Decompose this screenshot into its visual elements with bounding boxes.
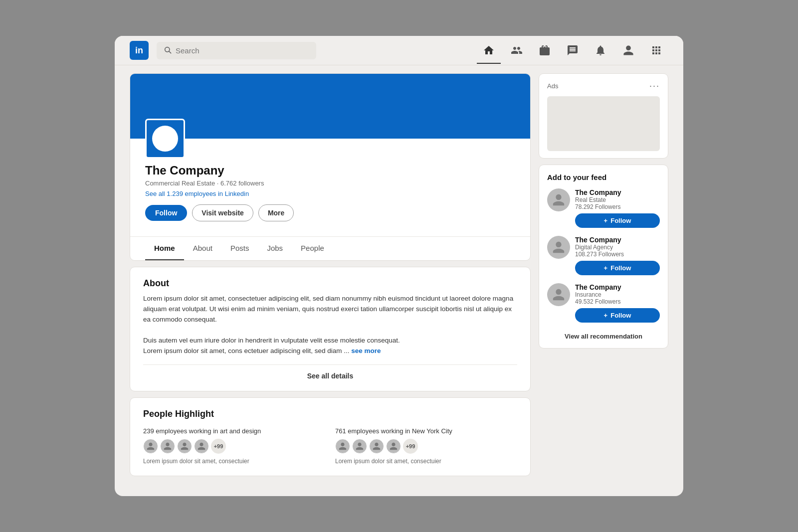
feed-avatar-2 — [547, 236, 570, 259]
avatar-1 — [143, 439, 158, 454]
plus-icon-2: + — [604, 264, 608, 272]
nav-me[interactable] — [616, 42, 640, 58]
plus-icon-3: + — [604, 312, 608, 319]
tab-people[interactable]: People — [292, 237, 333, 260]
feed-follow-button-2[interactable]: + Follow — [575, 261, 660, 275]
tab-home[interactable]: Home — [145, 237, 184, 260]
profile-info: The Company Commercial Real Estate · 6.7… — [130, 139, 530, 231]
people-grid: 239 employees working in art and design — [143, 427, 517, 465]
avatar-4 — [194, 439, 209, 454]
feed-info-3: The Company Insurance 49.532 Followers +… — [575, 283, 660, 323]
nav-work[interactable] — [644, 42, 668, 58]
feed-name-3: The Company — [575, 283, 660, 291]
people-group-2: 761 employees working in New York City — [335, 427, 517, 465]
avatar-2 — [160, 439, 175, 454]
nav-icons — [477, 42, 668, 58]
linkedin-logo[interactable]: in — [130, 41, 149, 60]
feed-sub-3: Insurance — [575, 291, 660, 298]
tabs: Home About Posts Jobs People — [130, 236, 530, 260]
view-all-link[interactable]: View all recommendation — [547, 331, 660, 340]
people-desc-2: Lorem ipsum dolor sit amet, consectuier — [335, 458, 517, 465]
profile-banner — [130, 74, 530, 139]
feed-card: Add to your feed The Company Real Estate… — [539, 165, 668, 349]
tab-jobs[interactable]: Jobs — [258, 237, 292, 260]
feed-item-1: The Company Real Estate 78.292 Followers… — [547, 188, 660, 228]
feed-item-3: The Company Insurance 49.532 Followers +… — [547, 283, 660, 323]
plus-icon-1: + — [604, 217, 608, 224]
avatar-6 — [352, 439, 367, 454]
ads-header: Ads ··· — [547, 81, 660, 91]
profile-card: The Company Commercial Real Estate · 6.7… — [130, 73, 531, 261]
people-group-1: 239 employees working in art and design — [143, 427, 325, 465]
feed-followers-3: 49.532 Followers — [575, 298, 660, 305]
avatar-count-1: +99 — [211, 439, 226, 454]
main-content: The Company Commercial Real Estate · 6.7… — [115, 65, 683, 476]
about-title: About — [143, 278, 517, 289]
feed-followers-1: 78.292 Followers — [575, 203, 660, 210]
about-card: About Lorem ipsum dolor sit amet, consec… — [130, 267, 531, 391]
company-name: The Company — [145, 164, 515, 177]
ads-more-button[interactable]: ··· — [649, 81, 660, 91]
feed-item-2: The Company Digital Agency 108.273 Follo… — [547, 236, 660, 275]
right-column: Ads ··· Add to your feed The Company Rea… — [539, 73, 668, 476]
tab-posts[interactable]: Posts — [221, 237, 258, 260]
feed-name-1: The Company — [575, 188, 660, 196]
feed-sub-2: Digital Agency — [575, 244, 660, 251]
people-group-1-title: 239 employees working in art and design — [143, 427, 325, 435]
employees-link[interactable]: See all 1.239 employees in Linkedin — [145, 190, 515, 197]
search-input[interactable] — [176, 46, 309, 55]
people-highlight-card: People Highlight 239 employees working i… — [130, 397, 531, 476]
profile-actions: Follow Visit website More — [145, 204, 515, 221]
about-text: Lorem ipsum dolor sit amet, consectetuer… — [143, 294, 517, 356]
ads-image — [547, 96, 660, 151]
feed-avatar-3 — [547, 283, 570, 306]
avatar-row-2: +99 — [335, 439, 517, 454]
people-highlight-title: People Highlight — [143, 409, 517, 419]
avatar-count-2: +99 — [403, 439, 418, 454]
avatar-row-1: +99 — [143, 439, 325, 454]
nav-network[interactable] — [505, 42, 529, 58]
feed-follow-button-1[interactable]: + Follow — [575, 213, 660, 228]
feed-name-2: The Company — [575, 236, 660, 244]
profile-meta: Commercial Real Estate · 6.762 followers — [145, 179, 515, 187]
tab-about[interactable]: About — [184, 237, 221, 260]
avatar-3 — [177, 439, 192, 454]
people-group-2-title: 761 employees working in New York City — [335, 427, 517, 435]
search-bar[interactable] — [157, 42, 316, 59]
nav-notifications[interactable] — [589, 42, 612, 58]
visit-website-button[interactable]: Visit website — [192, 204, 253, 221]
follow-button[interactable]: Follow — [145, 205, 187, 221]
logo-circle — [152, 126, 178, 152]
see-all-details-link[interactable]: See all details — [143, 364, 517, 380]
feed-avatar-1 — [547, 188, 570, 211]
nav-home[interactable] — [477, 42, 501, 58]
search-icon — [164, 46, 172, 55]
company-logo — [145, 119, 185, 159]
nav-messaging[interactable] — [561, 42, 585, 58]
feed-info-1: The Company Real Estate 78.292 Followers… — [575, 188, 660, 228]
navbar: in — [115, 36, 683, 65]
avatar-5 — [335, 439, 350, 454]
svg-line-1 — [169, 51, 171, 53]
see-more-link[interactable]: see more — [351, 347, 381, 355]
ads-card: Ads ··· — [539, 73, 668, 159]
nav-jobs[interactable] — [533, 42, 557, 58]
feed-title: Add to your feed — [547, 173, 660, 181]
ads-label: Ads — [547, 82, 558, 90]
feed-followers-2: 108.273 Followers — [575, 251, 660, 258]
avatar-7 — [369, 439, 384, 454]
feed-follow-button-3[interactable]: + Follow — [575, 308, 660, 323]
feed-info-2: The Company Digital Agency 108.273 Follo… — [575, 236, 660, 275]
more-button[interactable]: More — [258, 204, 294, 221]
left-column: The Company Commercial Real Estate · 6.7… — [130, 73, 531, 476]
feed-sub-1: Real Estate — [575, 196, 660, 203]
avatar-8 — [386, 439, 401, 454]
people-desc-1: Lorem ipsum dolor sit amet, consectuier — [143, 458, 325, 465]
